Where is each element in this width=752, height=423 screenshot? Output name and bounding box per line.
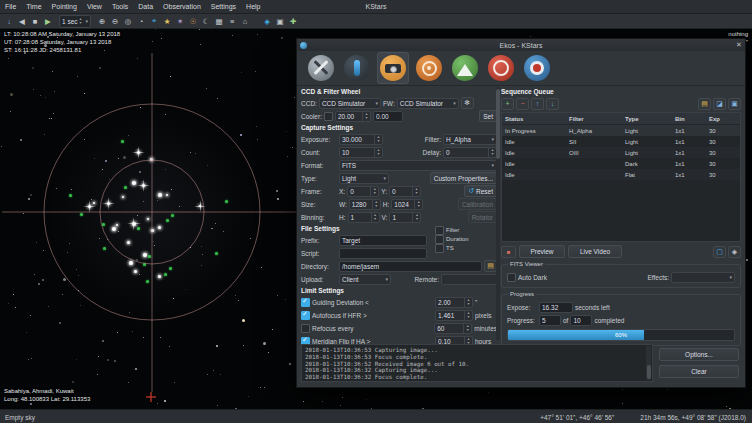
size-w-spinbox[interactable]: 1280▴▾ — [349, 199, 381, 210]
log-view[interactable]: 2018-01-13T10:36:53 Capturing image...20… — [301, 344, 653, 382]
calibration-button[interactable]: Calibration — [458, 198, 497, 210]
move-job-down-icon[interactable]: ↓ — [546, 98, 559, 110]
spin-arrows[interactable]: ▴▾ — [372, 200, 380, 209]
table-row[interactable]: IdleSIILight1x130 — [502, 136, 740, 147]
spin-arrows[interactable]: ▴▾ — [370, 187, 378, 196]
spin-arrows[interactable]: ▴▾ — [414, 200, 422, 209]
checkbox[interactable] — [435, 235, 444, 244]
find-object-icon[interactable]: ◎ — [122, 15, 134, 27]
menu-data[interactable]: Data — [133, 0, 158, 13]
limit-value-spinbox[interactable]: 2.00▴▾ — [435, 297, 473, 308]
cooler-set-button[interactable]: Set — [479, 110, 497, 122]
spin-arrows[interactable]: ▴▾ — [488, 148, 496, 157]
location-info-box[interactable]: Sabahiya, Ahmadi, KuwaitLong: 48.100833 … — [4, 387, 90, 403]
open-sequence-icon[interactable]: ▤ — [698, 98, 711, 110]
time-step-back-icon[interactable]: ◀ — [16, 15, 28, 27]
zoom-in-icon[interactable]: ⊕ — [96, 15, 108, 27]
moon-toggle-icon[interactable]: ☾ — [200, 15, 212, 27]
cooler-setpoint-spinbox[interactable]: 20.00▴▾ — [335, 111, 371, 122]
cooler-checkbox[interactable] — [324, 112, 333, 121]
remove-job-icon[interactable]: − — [516, 98, 529, 110]
stop-sequence-button[interactable]: ■ — [501, 246, 516, 258]
time-info-box[interactable]: LT: 10:28:08 AM Saturday, January 13 201… — [4, 30, 120, 54]
live-video-button[interactable]: Live Video — [568, 245, 622, 258]
table-row[interactable]: IdleFlat1x130 — [502, 169, 740, 180]
fits-viewer-icon[interactable]: ▣ — [274, 15, 286, 27]
directory-input[interactable]: /home/jasem — [339, 261, 482, 272]
checkbox[interactable] — [435, 244, 444, 253]
limit-value-spinbox[interactable]: 60▴▾ — [434, 323, 472, 334]
filter-select[interactable]: H_Alpha▾ — [443, 134, 497, 145]
exposure-spinbox[interactable]: 30.000▴▾ — [339, 134, 383, 145]
stars-toggle-icon[interactable]: ★ — [161, 15, 173, 27]
ekos-icon[interactable]: ◈ — [261, 15, 273, 27]
capture-panel-scrollbar[interactable] — [496, 87, 500, 340]
menu-settings[interactable]: Settings — [206, 0, 241, 13]
bin-v-spinbox[interactable]: 1▴▾ — [389, 212, 421, 223]
tab-setup[interactable] — [305, 52, 337, 84]
count-spinbox[interactable]: 10▴▾ — [339, 147, 383, 158]
planets-toggle-icon[interactable]: ☉ — [187, 15, 199, 27]
filter-wheel-select[interactable]: CCD Simulator▾ — [397, 98, 459, 109]
delay-spinbox[interactable]: 0▴▾ — [443, 147, 497, 158]
spin-arrows[interactable]: ▴▾ — [464, 311, 472, 320]
table-row[interactable]: IdleDark1x130 — [502, 158, 740, 169]
menu-pointing[interactable]: Pointing — [47, 0, 82, 13]
spin-arrows[interactable]: ▴▾ — [374, 148, 382, 157]
set-time-icon[interactable]: ◔ — [135, 15, 147, 27]
custom-properties-button[interactable]: Custom Properties... — [430, 172, 497, 184]
tab-mount[interactable] — [449, 52, 481, 84]
size-h-spinbox[interactable]: 1024▴▾ — [391, 199, 423, 210]
menu-time[interactable]: Time — [21, 0, 46, 13]
spin-arrows[interactable]: ▴▾ — [412, 213, 420, 222]
bin-h-spinbox[interactable]: 1▴▾ — [348, 212, 380, 223]
rotator-button[interactable]: Rotator — [468, 211, 497, 223]
auto-dark-checkbox[interactable] — [507, 273, 516, 282]
horizon-toggle-icon[interactable]: ⌂ — [239, 15, 251, 27]
script-input[interactable] — [339, 248, 427, 259]
spin-arrows[interactable]: ▴▾ — [463, 324, 471, 333]
move-job-up-icon[interactable]: ↑ — [531, 98, 544, 110]
menu-file[interactable]: File — [0, 0, 21, 13]
table-row[interactable]: IdleOIIILight1x130 — [502, 147, 740, 158]
observation-planner-icon[interactable]: ✚ — [287, 15, 299, 27]
frame-x-spinbox[interactable]: 0▴▾ — [347, 186, 379, 197]
prefix-opt-ts[interactable]: TS — [435, 244, 495, 252]
checkbox[interactable] — [301, 311, 310, 320]
maximize-icon[interactable]: ◈ — [728, 246, 741, 258]
chevron-down-icon[interactable]: ▾ — [86, 18, 89, 24]
grid-toggle-icon[interactable]: ▦ — [213, 15, 225, 27]
frame-y-spinbox[interactable]: 0▴▾ — [389, 186, 421, 197]
frame-reset-button[interactable]: ↺ Reset — [464, 185, 497, 197]
tab-focus[interactable] — [413, 52, 445, 84]
options-button[interactable]: Options... — [659, 348, 739, 361]
track-object-icon[interactable]: ⌖ — [148, 15, 160, 27]
checkbox[interactable] — [301, 298, 310, 307]
time-step-forward-icon[interactable]: ▶ — [42, 15, 54, 27]
zoom-out-icon[interactable]: ⊖ — [109, 15, 121, 27]
log-scrollbar[interactable] — [646, 346, 651, 380]
checkbox[interactable] — [301, 324, 310, 333]
save-sequence-icon[interactable]: ◪ — [713, 98, 726, 110]
table-row[interactable]: In ProgressH_AlphaLight1x130 — [502, 125, 740, 136]
filter-settings-button[interactable]: ✻ — [461, 97, 474, 109]
popout-icon[interactable]: ▢ — [713, 246, 726, 258]
checkbox[interactable] — [435, 226, 444, 235]
tab-guide[interactable] — [521, 52, 553, 84]
save-sequence-as-icon[interactable]: ▣ — [728, 98, 741, 110]
preview-button[interactable]: Preview — [519, 245, 565, 258]
spin-arrows[interactable]: ▴▾ — [371, 213, 379, 222]
clear-log-button[interactable]: Clear — [659, 365, 739, 378]
frame-type-select[interactable]: Light▾ — [339, 173, 389, 184]
tab-capture[interactable] — [377, 52, 409, 84]
deep-sky-toggle-icon[interactable]: ✶ — [174, 15, 186, 27]
menu-tools[interactable]: Tools — [107, 0, 133, 13]
menu-view[interactable]: View — [82, 0, 107, 13]
constellation-lines-icon[interactable]: ≡ — [226, 15, 238, 27]
prefix-opt-duration[interactable]: Duration — [435, 235, 495, 243]
spin-arrows[interactable]: ▴▾ — [464, 298, 472, 307]
upload-mode-select[interactable]: Client▾ — [339, 274, 391, 285]
download-data-icon[interactable]: ↓ — [3, 15, 15, 27]
time-step-control[interactable]: 1 sec ▴▾ ▾ — [59, 15, 91, 28]
time-step-spinner[interactable]: ▴▾ — [80, 17, 82, 25]
